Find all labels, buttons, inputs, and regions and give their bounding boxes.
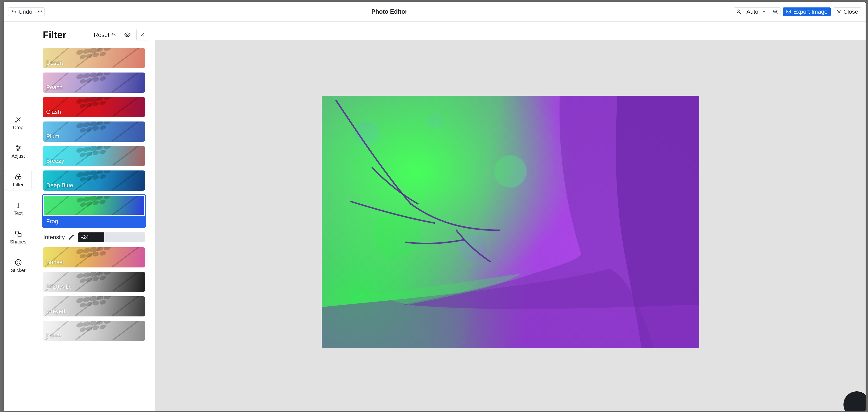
svg-line-4 <box>776 12 778 14</box>
export-icon <box>786 9 791 14</box>
svg-point-26 <box>17 262 18 262</box>
redo-button[interactable] <box>35 7 45 16</box>
reset-icon <box>111 32 116 37</box>
shapes-icon <box>14 230 22 238</box>
filter-label: Breezy <box>46 158 64 164</box>
filter-label: Frog <box>43 216 145 227</box>
tool-crop[interactable]: Crop <box>5 113 31 133</box>
tool-sticker[interactable]: Sticker <box>5 256 31 276</box>
undo-label: Undo <box>19 8 32 15</box>
close-label: Close <box>843 8 858 15</box>
filter-card-selected[interactable]: Frog <box>43 195 145 227</box>
svg-rect-24 <box>18 234 21 237</box>
undo-button[interactable]: Undo <box>8 7 35 16</box>
filter-thumb <box>44 196 144 215</box>
topbar: Undo Photo Editor Auto <box>4 2 866 22</box>
intensity-row: Intensity -24 <box>43 232 145 243</box>
zoom-out-icon <box>736 9 742 14</box>
tool-sticker-label: Sticker <box>11 268 26 273</box>
filter-list[interactable]: Desert Peach Clash Plum Breezy Deep Blue… <box>33 48 155 411</box>
svg-line-1 <box>740 12 741 14</box>
zoom-in-icon <box>773 9 778 14</box>
zoom-out-button[interactable] <box>734 7 744 16</box>
text-icon <box>14 201 22 209</box>
filter-card[interactable]: Deep Blue <box>43 170 145 191</box>
filter-label: Plum <box>46 133 59 140</box>
filter-card[interactable]: Greyed <box>43 296 145 316</box>
undo-redo-group: Undo <box>8 7 45 16</box>
filter-label: Sunset <box>46 259 64 266</box>
sliders-icon <box>14 144 22 152</box>
tool-rail: Crop Adjust Filter Text Shapes Sticker <box>4 22 33 411</box>
svg-point-28 <box>127 34 128 36</box>
sticker-icon <box>14 259 22 266</box>
tool-shapes[interactable]: Shapes <box>5 227 31 247</box>
canvas-area <box>155 22 866 411</box>
tool-crop-label: Crop <box>13 125 23 130</box>
filter-label: 1920 A.D. <box>46 283 71 290</box>
close-panel-button[interactable] <box>136 29 148 41</box>
filter-icon <box>14 173 22 180</box>
svg-point-8 <box>788 10 788 11</box>
filter-card[interactable]: Sunset <box>43 247 145 268</box>
close-button[interactable]: Close <box>833 7 861 16</box>
redo-icon <box>37 9 42 14</box>
tool-text-label: Text <box>14 211 23 216</box>
export-image-label: Export Image <box>793 8 828 15</box>
preview-toggle-button[interactable] <box>121 29 133 41</box>
filter-card[interactable]: 1920 A.D. <box>43 272 145 292</box>
chevron-down-icon <box>763 11 765 12</box>
tool-adjust-label: Adjust <box>11 153 25 159</box>
filter-card[interactable]: Plum <box>43 122 145 142</box>
filter-panel-title: Filter <box>43 30 89 40</box>
eye-icon <box>124 31 131 38</box>
filter-label: Peach <box>46 84 63 91</box>
filter-panel-header: Filter Reset <box>33 22 155 48</box>
tool-filter-label: Filter <box>13 182 23 187</box>
zoom-in-button[interactable] <box>771 7 780 16</box>
svg-point-25 <box>16 260 21 265</box>
export-image-button[interactable]: Export Image <box>783 7 831 16</box>
crop-icon <box>14 116 22 124</box>
topbar-right: Auto Export Image Close <box>734 7 861 16</box>
tool-adjust[interactable]: Adjust <box>5 141 31 161</box>
zoom-level-select[interactable]: Auto <box>744 7 771 16</box>
tool-shapes-label: Shapes <box>10 239 26 245</box>
edit-icon[interactable] <box>68 234 74 240</box>
filter-card[interactable]: Clash <box>43 97 145 117</box>
filter-label: Deep Blue <box>46 182 73 189</box>
intensity-slider[interactable]: -24 <box>78 232 145 242</box>
filter-label: Desert <box>46 60 63 66</box>
tool-filter[interactable]: Filter <box>5 170 31 190</box>
tool-text[interactable]: Text <box>5 199 31 218</box>
undo-icon <box>11 9 17 14</box>
filter-label: Greyed <box>46 308 65 314</box>
zoom-level-value: Auto <box>747 8 758 15</box>
app-window: Undo Photo Editor Auto <box>4 2 866 411</box>
canvas-stage[interactable] <box>155 40 866 411</box>
tree-art <box>322 96 699 348</box>
filter-card[interactable]: Peach <box>43 72 145 93</box>
reset-label: Reset <box>94 31 110 38</box>
filter-card[interactable]: Dusty <box>43 321 145 341</box>
filter-label: Dusty <box>46 332 61 339</box>
filter-card[interactable]: Desert <box>43 48 145 68</box>
app-title: Photo Editor <box>46 8 733 15</box>
filter-card[interactable]: Breezy <box>43 146 145 166</box>
editor-body: Crop Adjust Filter Text Shapes Sticker <box>4 22 866 411</box>
canvas-image[interactable] <box>322 96 699 348</box>
intensity-label: Intensity <box>43 234 65 241</box>
zoom-group: Auto <box>734 7 780 16</box>
close-icon <box>140 32 145 37</box>
canvas-topstrip <box>155 22 866 40</box>
intensity-value: -24 <box>78 232 104 242</box>
svg-point-27 <box>19 262 20 262</box>
reset-button[interactable]: Reset <box>91 30 119 40</box>
filter-panel: Filter Reset Desert Peach Cl <box>33 22 155 411</box>
filter-label: Clash <box>46 108 61 115</box>
close-icon <box>836 9 842 14</box>
